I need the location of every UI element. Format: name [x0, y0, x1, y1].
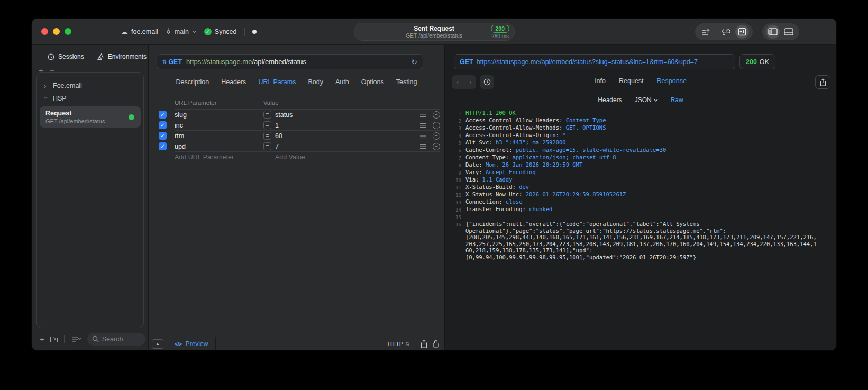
search-icon — [92, 335, 99, 342]
param-checkbox[interactable]: ✓ — [159, 111, 167, 119]
sync-requests-button[interactable] — [719, 25, 733, 39]
tab-response[interactable]: Response — [657, 77, 687, 85]
response-line: 8 Date: Mon, 26 Jan 2026 20:29:59 GMT — [452, 161, 836, 169]
toolbar-divider — [64, 335, 65, 343]
tab-body[interactable]: Body — [308, 78, 323, 86]
window-controls — [41, 28, 71, 35]
import-export-button[interactable] — [735, 25, 749, 39]
subtab-raw[interactable]: Raw — [671, 96, 683, 104]
tree-group-foe-email[interactable]: › Foe.email — [37, 79, 143, 92]
param-name[interactable]: upd — [175, 143, 263, 150]
protocol-selector[interactable]: HTTP ⇅ — [387, 341, 409, 347]
param-value[interactable]: 7 — [275, 143, 420, 150]
param-value[interactable]: 1 — [275, 122, 420, 129]
tree-group-label: HSP — [53, 95, 67, 102]
param-checkbox[interactable]: ✓ — [159, 132, 167, 140]
param-name[interactable]: slug — [175, 111, 263, 119]
sidebar-request-item[interactable]: Request GET /api/embed/status — [40, 106, 141, 128]
expand-panel-button[interactable]: ▲ — [152, 339, 163, 349]
line-text: Via: 1.1 Caddy — [465, 176, 513, 183]
tree-group-hsp[interactable]: › HSP — [37, 92, 143, 105]
minimize-button[interactable] — [53, 28, 60, 35]
param-checkbox[interactable]: ✓ — [159, 121, 167, 129]
add-request-button[interactable]: + — [37, 334, 47, 343]
remove-param-button[interactable]: − — [433, 122, 440, 129]
param-name[interactable]: rtm — [175, 132, 263, 140]
drag-handle-icon[interactable] — [420, 112, 426, 117]
drag-handle-icon[interactable] — [420, 123, 426, 128]
toggle-bottom-panel-button[interactable] — [782, 25, 796, 39]
response-line: 14 Transfer-Encoding: chunked — [452, 206, 836, 213]
send-all-button[interactable] — [699, 25, 712, 39]
drag-handle-icon[interactable] — [420, 144, 426, 149]
line-number: 14 — [452, 206, 461, 213]
request-url-bar[interactable]: ⇅ GET https://statuspage.me /api/embed/s… — [157, 54, 423, 69]
param-checkbox[interactable]: ✓ — [159, 142, 167, 150]
remove-param-button[interactable]: − — [433, 143, 440, 150]
param-value[interactable]: 60 — [275, 132, 420, 140]
drag-handle-icon[interactable] — [420, 133, 426, 139]
column-header-value: Value — [263, 99, 279, 106]
tab-info[interactable]: Info — [595, 77, 606, 85]
environments-icon — [97, 53, 104, 60]
method-selector[interactable]: ⇅ GET — [162, 58, 182, 66]
line-text: Vary: Accept-Encoding — [465, 169, 536, 176]
tab-environments[interactable]: Environments — [97, 53, 147, 60]
layout-toggle-group — [762, 23, 799, 40]
zoom-button[interactable] — [65, 28, 71, 35]
response-line: 9 Vary: Accept-Encoding — [452, 169, 836, 176]
toolbar-divider — [716, 28, 716, 36]
branch-selector[interactable]: main — [166, 28, 197, 35]
subtab-json[interactable]: JSON — [635, 96, 658, 104]
lock-icon[interactable] — [433, 340, 439, 348]
tab-request[interactable]: Request — [619, 77, 644, 85]
request-tabs: Description Headers URL Params Body Auth… — [149, 78, 444, 86]
add-param-value-placeholder[interactable]: Add Value — [275, 153, 305, 161]
close-button[interactable] — [41, 28, 48, 35]
url-host[interactable]: https://statuspage.me — [186, 58, 252, 66]
line-text: Connection: close — [465, 198, 522, 205]
tree-group-label: Foe.email — [53, 82, 82, 89]
chevron-right-icon: › — [44, 82, 48, 90]
view-options-button[interactable] — [68, 336, 84, 342]
response-line: 15 — [452, 213, 836, 221]
tab-url-params[interactable]: URL Params — [258, 78, 296, 86]
line-number: 15 — [452, 213, 461, 221]
param-value[interactable]: status — [275, 111, 420, 119]
request-status-pill[interactable]: Sent Request GET /api/embed/status 200 2… — [353, 23, 515, 41]
add-param-row[interactable]: Add URL Parameter Add Value — [149, 151, 444, 162]
sync-label: Synced — [215, 28, 237, 35]
response-subtabs: Headers JSON Raw — [445, 96, 836, 104]
response-url-display[interactable]: GET https://statuspage.me/api/embed/stat… — [454, 54, 735, 69]
footer-divider — [415, 340, 415, 348]
status-code: 200 — [746, 58, 757, 66]
project-menu[interactable]: ☁ foe.email — [121, 28, 158, 36]
resend-icon[interactable]: ↻ — [411, 58, 417, 66]
add-param-name-placeholder[interactable]: Add URL Parameter — [175, 153, 275, 161]
new-folder-button[interactable] — [47, 335, 61, 343]
tab-description[interactable]: Description — [176, 78, 209, 86]
request-item-title: Request — [45, 110, 135, 117]
tab-auth[interactable]: Auth — [335, 78, 349, 86]
param-name[interactable]: inc — [175, 122, 263, 129]
remove-param-button[interactable]: − — [433, 132, 440, 140]
url-params-table: URL Parameter Value ✓ slug = status − ✓ … — [149, 99, 444, 162]
response-code[interactable]: 1 HTTP/1.1 200 OK 2 Access-Control-Allow… — [445, 110, 836, 350]
share-button[interactable] — [421, 340, 427, 348]
remove-param-button[interactable]: − — [433, 111, 440, 119]
tab-testing[interactable]: Testing — [396, 78, 417, 86]
tab-headers[interactable]: Headers — [221, 78, 246, 86]
line-number: 1 — [452, 110, 461, 117]
method-label: GET — [168, 58, 182, 66]
chevron-down-icon: › — [42, 96, 50, 101]
toggle-sidebar-button[interactable] — [766, 25, 780, 39]
tab-sessions[interactable]: Sessions — [48, 53, 84, 60]
url-path[interactable]: /api/embed/status — [252, 58, 306, 66]
subtab-headers[interactable]: Headers — [598, 96, 622, 104]
line-text: X-Status-Build: dev — [465, 184, 529, 191]
preview-button[interactable]: </> Preview — [167, 340, 215, 348]
export-response-button[interactable] — [815, 75, 830, 89]
response-line: 1 HTTP/1.1 200 OK — [452, 110, 836, 117]
tab-options[interactable]: Options — [361, 78, 384, 86]
sync-status[interactable]: ✓ Synced — [204, 28, 237, 35]
